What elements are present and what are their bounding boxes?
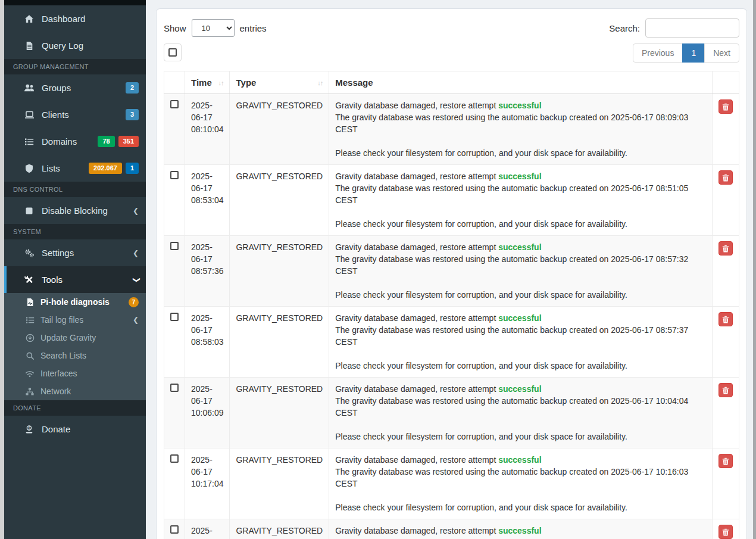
sidebar-item-label: Domains <box>42 136 77 147</box>
groups-count-badge: 2 <box>126 82 139 93</box>
sidebar-item-clients[interactable]: Clients 3 <box>4 101 146 128</box>
sidebar-item-label: Network <box>40 387 71 396</box>
network-icon <box>24 387 36 396</box>
sidebar-item-label: Update Gravity <box>40 333 96 342</box>
search-input[interactable] <box>645 18 739 38</box>
type-cell: GRAVITY_RESTORED <box>230 378 329 448</box>
file-icon <box>23 41 36 51</box>
status-text: successful <box>498 384 541 394</box>
sidebar-item-network[interactable]: Network <box>4 382 146 400</box>
delete-entry-button[interactable] <box>718 241 733 256</box>
status-text: successful <box>498 455 541 465</box>
sidebar-item-label: Dashboard <box>42 14 85 24</box>
sidebar-item-label: Clients <box>42 110 69 120</box>
list-icon <box>23 138 36 146</box>
sidebar-section-group-management: GROUP MANAGEMENT <box>4 59 146 74</box>
laptop-icon <box>23 110 36 119</box>
table-row: 2025-06-17 08:53:04 GRAVITY_RESTORED Gra… <box>164 165 739 236</box>
row-checkbox[interactable] <box>170 242 179 250</box>
lists-count-badge: 1 <box>126 163 139 173</box>
time-cell: 2025-06-17 10:42:05 <box>185 519 230 539</box>
sidebar-item-groups[interactable]: Groups 2 <box>4 74 146 101</box>
page-size-select[interactable]: 10 <box>192 19 235 37</box>
delete-entry-button[interactable] <box>718 383 733 397</box>
domains-denied-badge: 351 <box>118 136 139 147</box>
sidebar-item-label: Lists <box>42 163 60 173</box>
main-content: Show 10 entries Search: Previous 1 <box>146 0 756 539</box>
header-select <box>164 71 185 94</box>
sidebar-item-disable-blocking[interactable]: Disable Blocking ❮ <box>4 197 146 224</box>
wifi-icon <box>24 369 36 378</box>
search-icon <box>24 351 36 360</box>
type-cell: GRAVITY_RESTORED <box>230 519 329 539</box>
status-text: successful <box>498 526 541 535</box>
table-row: 2025-06-17 08:57:36 GRAVITY_RESTORED Gra… <box>164 236 739 307</box>
chevron-left-icon: ❮ <box>133 207 139 214</box>
sidebar-item-donate[interactable]: $ Donate <box>4 416 146 443</box>
home-icon <box>23 14 36 24</box>
table-row: 2025-06-17 10:42:05 GRAVITY_RESTORED Gra… <box>164 519 739 539</box>
delete-entry-button[interactable] <box>718 312 733 326</box>
type-cell: GRAVITY_RESTORED <box>230 307 329 378</box>
type-cell: GRAVITY_RESTORED <box>230 94 329 165</box>
page-1-button[interactable]: 1 <box>682 43 705 63</box>
tools-submenu: Pi-hole diagnosis 7 Tail log files ❮ Upd… <box>4 293 146 400</box>
sidebar-item-tools[interactable]: Tools ❮ <box>4 266 146 293</box>
chevron-left-icon: ❮ <box>133 316 139 323</box>
row-checkbox[interactable] <box>170 454 179 463</box>
type-cell: GRAVITY_RESTORED <box>230 165 329 236</box>
sidebar-item-dashboard[interactable]: Dashboard <box>4 5 146 32</box>
donate-icon: $ <box>23 425 36 434</box>
sidebar-item-search-lists[interactable]: Search Lists <box>4 347 146 364</box>
time-cell: 2025-06-17 08:53:04 <box>185 165 230 236</box>
delete-entry-button[interactable] <box>718 170 733 185</box>
sidebar-item-settings[interactable]: Settings ❮ <box>4 239 146 266</box>
row-checkbox[interactable] <box>170 313 179 321</box>
diagnosis-card: Show 10 entries Search: Previous 1 <box>156 8 747 539</box>
sidebar-item-label: Donate <box>42 424 70 434</box>
delete-entry-button[interactable] <box>718 454 733 468</box>
message-cell: Gravity database damaged, restore attemp… <box>329 236 713 307</box>
header-time[interactable]: Time ↓↑ <box>185 71 230 94</box>
message-cell: Gravity database damaged, restore attemp… <box>329 519 713 539</box>
delete-entry-button[interactable] <box>718 99 733 114</box>
diagnosis-count-badge: 7 <box>129 297 139 307</box>
sidebar-top-bar <box>4 0 146 5</box>
select-all-checkbox[interactable] <box>168 48 177 57</box>
sidebar-item-domains[interactable]: Domains 78 351 <box>4 128 146 155</box>
sidebar-item-tail-log-files[interactable]: Tail log files ❮ <box>4 311 146 329</box>
sidebar-item-query-log[interactable]: Query Log <box>4 32 146 59</box>
type-cell: GRAVITY_RESTORED <box>230 448 329 519</box>
row-checkbox[interactable] <box>170 100 179 108</box>
scrollbar[interactable] <box>753 0 756 539</box>
sidebar-item-label: Disable Blocking <box>42 205 108 216</box>
sidebar-item-update-gravity[interactable]: Update Gravity <box>4 329 146 347</box>
time-cell: 2025-06-17 08:10:04 <box>185 94 230 165</box>
message-cell: Gravity database damaged, restore attemp… <box>329 448 713 519</box>
sidebar-item-label: Tail log files <box>40 315 83 325</box>
row-checkbox[interactable] <box>170 171 179 179</box>
pihole-admin-screen: Dashboard Query Log GROUP MANAGEMENT Gro… <box>0 0 756 539</box>
chevron-down-icon: ❮ <box>132 276 139 282</box>
entries-label: entries <box>240 23 267 33</box>
clients-count-badge: 3 <box>126 109 139 120</box>
status-text: successful <box>498 313 541 323</box>
next-page-button[interactable]: Next <box>704 43 739 63</box>
select-all-button-top[interactable] <box>164 43 182 61</box>
tools-icon <box>23 275 36 285</box>
row-checkbox[interactable] <box>170 525 179 534</box>
previous-page-button[interactable]: Previous <box>633 43 683 63</box>
pagination-top: Previous 1 Next <box>633 43 739 63</box>
delete-entry-button[interactable] <box>718 525 733 539</box>
shield-icon <box>23 164 36 173</box>
row-checkbox[interactable] <box>170 384 179 392</box>
sidebar-item-lists[interactable]: Lists 202.067 1 <box>4 155 146 182</box>
sidebar-item-pihole-diagnosis[interactable]: Pi-hole diagnosis 7 <box>4 293 146 311</box>
message-cell: Gravity database damaged, restore attemp… <box>329 378 713 448</box>
header-action <box>713 71 739 94</box>
header-type[interactable]: Type ↓↑ <box>230 71 329 94</box>
message-cell: Gravity database damaged, restore attemp… <box>329 94 713 165</box>
sidebar-item-interfaces[interactable]: Interfaces <box>4 364 146 382</box>
sidebar-item-label: Pi-hole diagnosis <box>40 297 110 307</box>
time-cell: 2025-06-17 08:57:36 <box>185 236 230 307</box>
